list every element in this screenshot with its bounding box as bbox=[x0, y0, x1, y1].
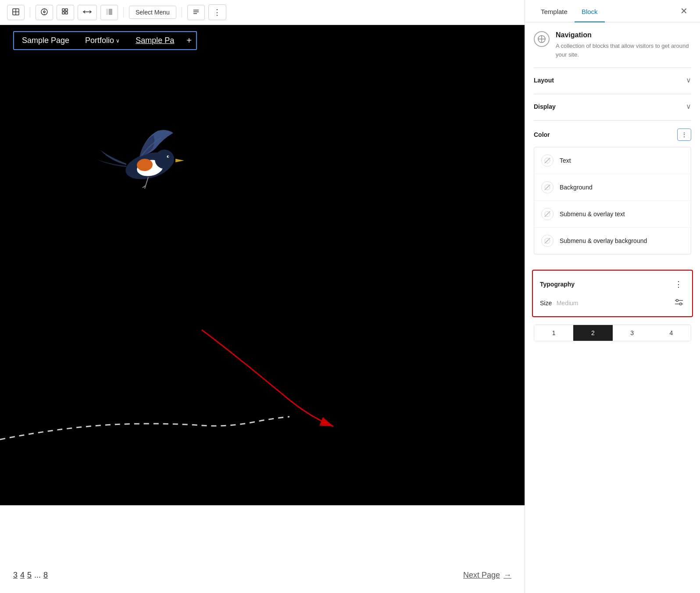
grid-icon bbox=[61, 8, 69, 17]
layout-section-header[interactable]: Layout ∨ bbox=[534, 76, 691, 86]
select-menu-label: Select Menu bbox=[136, 9, 170, 16]
page-4-link[interactable]: 4 bbox=[20, 571, 25, 580]
page-3-link[interactable]: 3 bbox=[13, 571, 18, 580]
pagination-area: 3 4 5 ... 8 Next Page → bbox=[13, 571, 511, 580]
svg-rect-6 bbox=[62, 9, 64, 11]
compass-icon bbox=[40, 8, 48, 17]
page-tab-4[interactable]: 4 bbox=[652, 325, 691, 341]
canvas-area: Select Menu ⋮ Sample Page Portfolio bbox=[0, 0, 525, 593]
page-tab-3[interactable]: 3 bbox=[613, 325, 652, 341]
nav-link-portfolio[interactable]: Portfolio ∨ bbox=[77, 32, 128, 49]
page-ellipsis: ... bbox=[34, 571, 41, 580]
align-right-btn[interactable] bbox=[100, 5, 118, 20]
panel-close-btn[interactable]: ✕ bbox=[677, 2, 691, 20]
section-layout: Layout ∨ bbox=[534, 68, 691, 94]
panel-tabs: Template Block ✕ bbox=[525, 0, 700, 22]
toolbar: Select Menu ⋮ bbox=[0, 0, 525, 25]
color-items-list: Text Background Submenu & overlay text bbox=[534, 147, 691, 254]
color-item-background[interactable]: Background bbox=[534, 174, 691, 201]
section-typography: Typography ⋮ Size Medium bbox=[534, 269, 691, 317]
color-item-submenu-bg[interactable]: Submenu & overlay background bbox=[534, 228, 691, 254]
svg-rect-12 bbox=[106, 9, 108, 15]
submenu-bg-color-swatch bbox=[541, 235, 554, 247]
tab-block[interactable]: Block bbox=[575, 0, 605, 22]
nav-link-sample-page[interactable]: Sample Page bbox=[14, 32, 77, 49]
block-title: Navigation bbox=[556, 31, 691, 39]
svg-point-19 bbox=[155, 150, 174, 169]
canvas-white: 3 4 5 ... 8 Next Page → bbox=[0, 505, 525, 593]
section-display: Display ∨ bbox=[534, 94, 691, 120]
page-tab-1[interactable]: 1 bbox=[534, 325, 573, 341]
dropdown-chevron-icon: ∨ bbox=[116, 38, 120, 44]
next-arrow-icon: → bbox=[504, 571, 511, 580]
page-tabs: 1 2 3 4 bbox=[534, 325, 691, 341]
typography-size-info: Size Medium bbox=[540, 299, 578, 307]
nav-block-wrapper: Sample Page Portfolio ∨ Sample Pa + bbox=[0, 25, 525, 56]
block-description: A collection of blocks that allow visito… bbox=[556, 42, 691, 59]
block-info: Navigation A collection of blocks that a… bbox=[556, 31, 691, 59]
compass-btn[interactable] bbox=[36, 5, 53, 20]
svg-rect-9 bbox=[65, 12, 68, 14]
color-section-header: Color ⋮ bbox=[534, 129, 691, 141]
section-color: Color ⋮ Text Background bbox=[534, 120, 691, 262]
typography-highlight-box: Typography ⋮ Size Medium bbox=[532, 270, 693, 317]
color-title: Color bbox=[534, 131, 550, 138]
text-color-swatch bbox=[541, 154, 554, 167]
typography-more-icon: ⋮ bbox=[675, 279, 682, 289]
svg-rect-11 bbox=[109, 9, 112, 15]
canvas-black bbox=[0, 56, 525, 505]
center-icon-btn[interactable] bbox=[7, 5, 25, 20]
typography-more-btn[interactable]: ⋮ bbox=[672, 278, 685, 291]
layout-chevron-icon: ∨ bbox=[686, 76, 691, 84]
submenu-text-color-label: Submenu & overlay text bbox=[560, 211, 625, 218]
close-icon: ✕ bbox=[680, 6, 688, 16]
page-tabs-section: 1 2 3 4 bbox=[534, 317, 691, 341]
align-right-icon bbox=[105, 8, 113, 17]
color-more-icon: ⋮ bbox=[681, 131, 687, 138]
svg-rect-8 bbox=[62, 12, 64, 14]
svg-marker-23 bbox=[175, 159, 184, 162]
display-label: Display bbox=[534, 103, 556, 110]
toolbar-divider-2 bbox=[123, 7, 124, 18]
nav-block[interactable]: Sample Page Portfolio ∨ Sample Pa + bbox=[13, 31, 197, 50]
svg-point-42 bbox=[680, 303, 682, 305]
list-btn[interactable] bbox=[187, 5, 205, 20]
nav-link-sample-pa[interactable]: Sample Pa bbox=[128, 32, 182, 49]
next-page-label: Next Page bbox=[463, 571, 500, 580]
next-page-btn[interactable]: Next Page → bbox=[463, 571, 511, 580]
panel-content: Navigation A collection of blocks that a… bbox=[525, 22, 700, 593]
typography-header: Typography ⋮ bbox=[540, 278, 685, 291]
svg-point-3 bbox=[41, 9, 47, 15]
more-btn[interactable]: ⋮ bbox=[208, 4, 226, 20]
page-tab-2[interactable]: 2 bbox=[573, 325, 612, 341]
svg-rect-7 bbox=[65, 9, 68, 11]
typography-size-row: Size Medium bbox=[540, 297, 685, 309]
nav-add-btn[interactable]: + bbox=[182, 32, 196, 49]
color-item-text[interactable]: Text bbox=[534, 147, 691, 174]
list-icon bbox=[192, 8, 200, 17]
right-panel: Template Block ✕ Navigation A collection… bbox=[525, 0, 700, 593]
page-numbers: 3 4 5 ... 8 bbox=[13, 571, 48, 580]
block-header: Navigation A collection of blocks that a… bbox=[534, 31, 691, 59]
tab-template[interactable]: Template bbox=[534, 0, 575, 22]
svg-point-22 bbox=[168, 156, 169, 157]
arrows-btn[interactable] bbox=[78, 5, 97, 20]
block-navigation-icon bbox=[534, 31, 550, 47]
select-menu-btn[interactable]: Select Menu bbox=[129, 6, 176, 19]
arrows-icon bbox=[82, 8, 92, 17]
display-section-header[interactable]: Display ∨ bbox=[534, 102, 691, 112]
page-8-link[interactable]: 8 bbox=[43, 571, 48, 580]
svg-point-41 bbox=[676, 300, 679, 302]
typography-title: Typography bbox=[540, 281, 575, 288]
page-5-link[interactable]: 5 bbox=[27, 571, 32, 580]
color-more-btn[interactable]: ⋮ bbox=[677, 129, 691, 141]
svg-point-5 bbox=[43, 11, 45, 13]
toolbar-divider-3 bbox=[182, 7, 182, 18]
typography-size-value: Medium bbox=[557, 300, 579, 307]
color-item-submenu-text[interactable]: Submenu & overlay text bbox=[534, 201, 691, 228]
typography-size-adjust-btn[interactable] bbox=[673, 297, 685, 309]
grid-btn[interactable] bbox=[57, 5, 74, 20]
text-color-label: Text bbox=[560, 157, 571, 164]
submenu-bg-color-label: Submenu & overlay background bbox=[560, 237, 647, 244]
more-icon: ⋮ bbox=[213, 7, 221, 17]
